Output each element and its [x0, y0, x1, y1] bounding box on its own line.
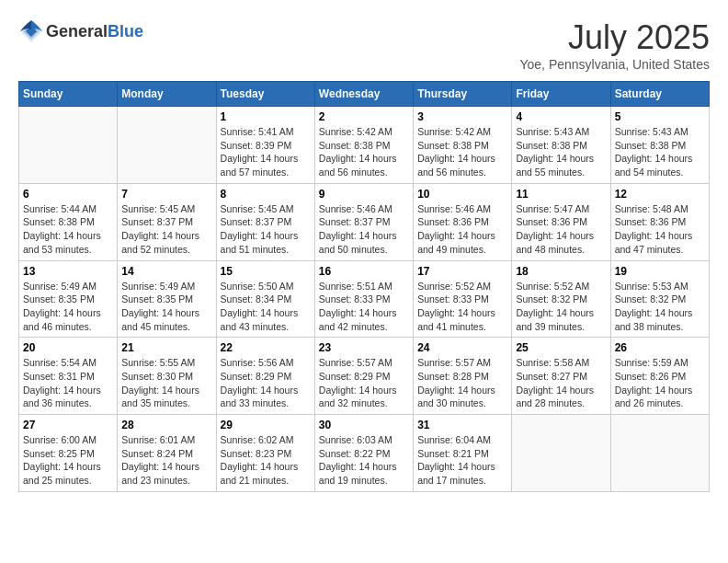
- day-info: Sunrise: 5:44 AMSunset: 8:38 PMDaylight:…: [23, 202, 113, 257]
- weekday-header: Tuesday: [216, 82, 314, 107]
- calendar-day-cell: 31Sunrise: 6:04 AMSunset: 8:21 PMDayligh…: [414, 415, 512, 492]
- day-info: Sunrise: 5:58 AMSunset: 8:27 PMDaylight:…: [516, 356, 606, 410]
- calendar-day-cell: 19Sunrise: 5:53 AMSunset: 8:32 PMDayligh…: [610, 260, 709, 338]
- location-title: Yoe, Pennsylvania, United States: [519, 57, 710, 72]
- month-title: July 2025: [519, 18, 710, 57]
- day-info: Sunrise: 5:43 AMSunset: 8:38 PMDaylight:…: [615, 125, 705, 179]
- day-info: Sunrise: 5:42 AMSunset: 8:38 PMDaylight:…: [319, 125, 409, 179]
- calendar-day-cell: 4Sunrise: 5:43 AMSunset: 8:38 PMDaylight…: [512, 107, 610, 184]
- weekday-header: Friday: [512, 82, 610, 107]
- day-number: 16: [319, 265, 409, 278]
- calendar-table: SundayMondayTuesdayWednesdayThursdayFrid…: [18, 81, 710, 492]
- day-number: 18: [516, 265, 606, 278]
- day-info: Sunrise: 5:55 AMSunset: 8:30 PMDaylight:…: [121, 356, 211, 410]
- day-number: 11: [516, 188, 606, 201]
- day-info: Sunrise: 5:50 AMSunset: 8:34 PMDaylight:…: [221, 280, 311, 334]
- day-info: Sunrise: 5:47 AMSunset: 8:36 PMDaylight:…: [516, 202, 606, 257]
- calendar-week-row: 20Sunrise: 5:54 AMSunset: 8:31 PMDayligh…: [19, 338, 710, 415]
- calendar-day-cell: [610, 415, 709, 492]
- calendar-day-cell: [118, 107, 216, 184]
- weekday-header: Wednesday: [314, 82, 413, 107]
- title-block: July 2025 Yoe, Pennsylvania, United Stat…: [519, 18, 710, 72]
- calendar-week-row: 6Sunrise: 5:44 AMSunset: 8:38 PMDaylight…: [19, 183, 710, 260]
- day-info: Sunrise: 6:01 AMSunset: 8:24 PMDaylight:…: [121, 433, 211, 488]
- day-number: 27: [23, 419, 113, 431]
- calendar-day-cell: [19, 107, 118, 184]
- calendar-day-cell: 3Sunrise: 5:42 AMSunset: 8:38 PMDaylight…: [414, 107, 512, 184]
- day-number: 31: [417, 419, 507, 431]
- calendar-day-cell: 25Sunrise: 5:58 AMSunset: 8:27 PMDayligh…: [512, 338, 610, 415]
- day-number: 26: [615, 341, 705, 354]
- calendar-day-cell: 1Sunrise: 5:41 AMSunset: 8:39 PMDaylight…: [216, 107, 314, 184]
- calendar-day-cell: 18Sunrise: 5:52 AMSunset: 8:32 PMDayligh…: [512, 260, 610, 338]
- day-number: 3: [417, 110, 507, 123]
- day-info: Sunrise: 6:02 AMSunset: 8:23 PMDaylight:…: [221, 433, 311, 488]
- calendar-day-cell: 17Sunrise: 5:52 AMSunset: 8:33 PMDayligh…: [414, 260, 512, 338]
- day-number: 4: [516, 110, 606, 123]
- logo-icon: [18, 18, 44, 44]
- day-info: Sunrise: 5:54 AMSunset: 8:31 PMDaylight:…: [23, 356, 113, 410]
- day-number: 24: [417, 341, 507, 354]
- day-number: 8: [221, 188, 311, 201]
- day-info: Sunrise: 5:46 AMSunset: 8:37 PMDaylight:…: [319, 202, 409, 257]
- day-number: 7: [121, 188, 211, 201]
- calendar-day-cell: 27Sunrise: 6:00 AMSunset: 8:25 PMDayligh…: [19, 415, 118, 492]
- calendar-header-row: SundayMondayTuesdayWednesdayThursdayFrid…: [19, 82, 710, 107]
- day-number: 25: [516, 341, 606, 354]
- day-info: Sunrise: 5:52 AMSunset: 8:32 PMDaylight:…: [516, 280, 606, 334]
- calendar-day-cell: 24Sunrise: 5:57 AMSunset: 8:28 PMDayligh…: [414, 338, 512, 415]
- calendar-week-row: 13Sunrise: 5:49 AMSunset: 8:35 PMDayligh…: [19, 260, 710, 338]
- day-number: 14: [121, 265, 211, 278]
- calendar-day-cell: 30Sunrise: 6:03 AMSunset: 8:22 PMDayligh…: [314, 415, 413, 492]
- calendar-day-cell: 12Sunrise: 5:48 AMSunset: 8:36 PMDayligh…: [610, 183, 709, 260]
- day-number: 19: [615, 265, 705, 278]
- day-info: Sunrise: 5:45 AMSunset: 8:37 PMDaylight:…: [121, 202, 211, 257]
- day-info: Sunrise: 5:46 AMSunset: 8:36 PMDaylight:…: [417, 202, 507, 257]
- day-number: 13: [23, 265, 113, 278]
- calendar-day-cell: 11Sunrise: 5:47 AMSunset: 8:36 PMDayligh…: [512, 183, 610, 260]
- day-number: 23: [319, 341, 409, 354]
- day-info: Sunrise: 5:57 AMSunset: 8:29 PMDaylight:…: [319, 356, 409, 410]
- day-info: Sunrise: 5:49 AMSunset: 8:35 PMDaylight:…: [121, 280, 211, 334]
- day-info: Sunrise: 5:41 AMSunset: 8:39 PMDaylight:…: [221, 125, 311, 179]
- day-info: Sunrise: 5:51 AMSunset: 8:33 PMDaylight:…: [319, 280, 409, 334]
- day-number: 29: [221, 419, 311, 431]
- calendar-day-cell: 10Sunrise: 5:46 AMSunset: 8:36 PMDayligh…: [414, 183, 512, 260]
- page-header: GeneralBlue July 2025 Yoe, Pennsylvania,…: [18, 18, 710, 72]
- calendar-day-cell: 5Sunrise: 5:43 AMSunset: 8:38 PMDaylight…: [610, 107, 709, 184]
- weekday-header: Saturday: [610, 82, 709, 107]
- day-number: 10: [417, 188, 507, 201]
- day-number: 28: [121, 419, 211, 431]
- calendar-day-cell: 14Sunrise: 5:49 AMSunset: 8:35 PMDayligh…: [118, 260, 216, 338]
- day-info: Sunrise: 5:45 AMSunset: 8:37 PMDaylight:…: [221, 202, 311, 257]
- day-number: 1: [221, 110, 311, 123]
- day-info: Sunrise: 5:48 AMSunset: 8:36 PMDaylight:…: [615, 202, 705, 257]
- calendar-day-cell: [512, 415, 610, 492]
- day-number: 5: [615, 110, 705, 123]
- calendar-day-cell: 7Sunrise: 5:45 AMSunset: 8:37 PMDaylight…: [118, 183, 216, 260]
- calendar-day-cell: 28Sunrise: 6:01 AMSunset: 8:24 PMDayligh…: [118, 415, 216, 492]
- day-info: Sunrise: 6:04 AMSunset: 8:21 PMDaylight:…: [417, 433, 507, 488]
- weekday-header: Monday: [118, 82, 216, 107]
- calendar-day-cell: 13Sunrise: 5:49 AMSunset: 8:35 PMDayligh…: [19, 260, 118, 338]
- calendar-day-cell: 29Sunrise: 6:02 AMSunset: 8:23 PMDayligh…: [216, 415, 314, 492]
- day-info: Sunrise: 5:53 AMSunset: 8:32 PMDaylight:…: [615, 280, 705, 334]
- calendar-day-cell: 16Sunrise: 5:51 AMSunset: 8:33 PMDayligh…: [314, 260, 413, 338]
- calendar-day-cell: 23Sunrise: 5:57 AMSunset: 8:29 PMDayligh…: [314, 338, 413, 415]
- day-number: 30: [319, 419, 409, 431]
- day-number: 12: [615, 188, 705, 201]
- day-info: Sunrise: 5:43 AMSunset: 8:38 PMDaylight:…: [516, 125, 606, 179]
- day-number: 20: [23, 341, 113, 354]
- calendar-day-cell: 20Sunrise: 5:54 AMSunset: 8:31 PMDayligh…: [19, 338, 118, 415]
- day-number: 22: [221, 341, 311, 354]
- day-number: 21: [121, 341, 211, 354]
- weekday-header: Sunday: [19, 82, 118, 107]
- day-info: Sunrise: 5:49 AMSunset: 8:35 PMDaylight:…: [23, 280, 113, 334]
- day-number: 6: [23, 188, 113, 201]
- calendar-day-cell: 21Sunrise: 5:55 AMSunset: 8:30 PMDayligh…: [118, 338, 216, 415]
- day-number: 2: [319, 110, 409, 123]
- day-info: Sunrise: 6:00 AMSunset: 8:25 PMDaylight:…: [23, 433, 113, 488]
- day-info: Sunrise: 6:03 AMSunset: 8:22 PMDaylight:…: [319, 433, 409, 488]
- day-info: Sunrise: 5:52 AMSunset: 8:33 PMDaylight:…: [417, 280, 507, 334]
- calendar-day-cell: 9Sunrise: 5:46 AMSunset: 8:37 PMDaylight…: [314, 183, 413, 260]
